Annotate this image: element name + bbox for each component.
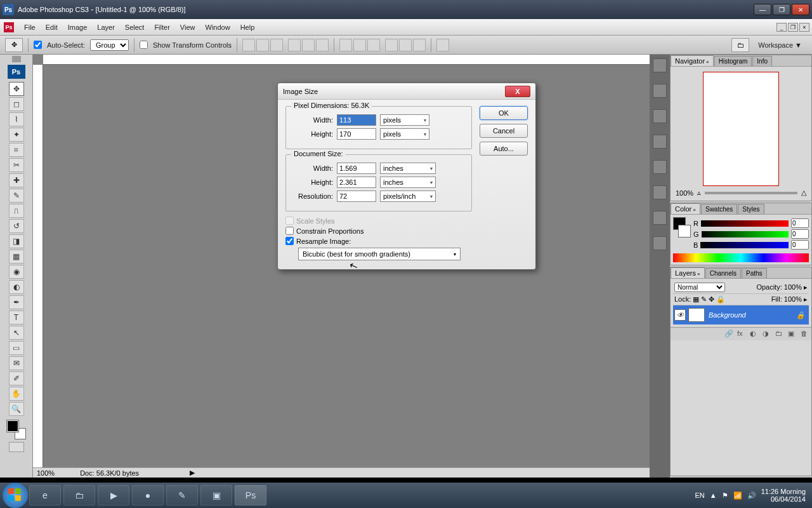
doc-height-unit-dropdown[interactable]: inches (380, 177, 436, 188)
gradient-tool[interactable]: ▦ (9, 250, 24, 264)
fg-color-swatch[interactable] (7, 420, 18, 432)
marquee-tool[interactable]: ◻ (9, 97, 24, 111)
zoom-level[interactable]: 100% (37, 469, 55, 477)
dock-icon[interactable] (653, 160, 667, 174)
dodge-tool[interactable]: ◐ (9, 280, 24, 294)
fill-value[interactable]: 100% (784, 295, 802, 303)
dock-icon[interactable] (653, 109, 667, 123)
tab-layers[interactable]: Layers× (671, 267, 705, 278)
crop-tool[interactable]: ⌗ (9, 143, 24, 157)
resolution-input[interactable] (337, 190, 376, 202)
move-tool[interactable]: ✥ (9, 82, 24, 96)
hand-tool[interactable]: ✋ (9, 387, 24, 401)
nav-zoom-value[interactable]: 100% (676, 189, 693, 197)
menu-edit[interactable]: Edit (41, 22, 63, 33)
resample-checkbox[interactable] (285, 237, 294, 245)
px-height-unit-dropdown[interactable]: pixels (380, 128, 429, 140)
align-icon[interactable] (316, 39, 329, 51)
workspace-dropdown[interactable]: Workspace ▼ (753, 40, 807, 50)
taskbar-app[interactable]: ✎ (166, 485, 198, 505)
brush-tool[interactable]: ✎ (9, 189, 24, 203)
b-slider[interactable] (700, 242, 789, 248)
px-height-input[interactable] (337, 128, 376, 140)
auto-button[interactable]: Auto... (480, 142, 528, 156)
menu-image[interactable]: Image (63, 22, 93, 33)
r-input[interactable] (791, 218, 809, 228)
eraser-tool[interactable]: ◨ (9, 234, 24, 248)
path-tool[interactable]: ↖ (9, 326, 24, 340)
px-width-input[interactable] (337, 114, 376, 126)
taskbar-ie[interactable]: e (29, 485, 61, 505)
taskbar-app[interactable]: ▣ (200, 485, 232, 505)
visibility-icon[interactable]: 👁 (674, 309, 686, 321)
lock-move-icon[interactable]: ✥ (709, 295, 714, 304)
adjustment-icon[interactable]: ◑ (763, 330, 771, 338)
distribute-icon[interactable] (413, 39, 426, 51)
doc-close-button[interactable]: × (799, 23, 809, 32)
menu-file[interactable]: File (19, 22, 41, 33)
lock-trans-icon[interactable]: ▦ (693, 295, 699, 304)
dialog-titlebar[interactable]: Image Size X (278, 83, 535, 100)
blend-mode-dropdown[interactable]: Normal (674, 283, 725, 292)
go-to-bridge-icon[interactable]: 🗀 (731, 38, 749, 52)
doc-width-unit-dropdown[interactable]: inches (380, 163, 436, 174)
tab-paths[interactable]: Paths (742, 268, 767, 278)
distribute-icon[interactable] (385, 39, 398, 51)
menu-window[interactable]: Window (200, 22, 235, 33)
distribute-icon[interactable] (399, 39, 412, 51)
resample-method-dropdown[interactable]: Bicubic (best for smooth gradients) (298, 248, 461, 260)
eyedropper-tool[interactable]: ✐ (9, 371, 24, 385)
shape-tool[interactable]: ▭ (9, 341, 24, 355)
zoom-in-icon[interactable]: △ (801, 189, 806, 197)
minimize-button[interactable]: — (754, 4, 771, 15)
zoom-tool[interactable]: 🔍 (9, 402, 24, 416)
doc-height-input[interactable] (337, 177, 376, 188)
auto-select-dropdown[interactable]: Group (90, 39, 129, 51)
close-button[interactable]: ✕ (792, 4, 809, 15)
wand-tool[interactable]: ✦ (9, 128, 24, 142)
dock-icon[interactable] (653, 135, 667, 149)
status-arrow-icon[interactable]: ▶ (190, 469, 195, 477)
tab-swatches[interactable]: Swatches (701, 204, 737, 214)
color-swatches[interactable] (7, 420, 26, 439)
tab-histogram[interactable]: Histogram (714, 56, 752, 66)
notes-tool[interactable]: ✉ (9, 356, 24, 370)
color-spectrum[interactable] (673, 253, 809, 262)
quickmask-toggle[interactable] (9, 442, 24, 452)
heal-tool[interactable]: ✚ (9, 173, 24, 187)
align-icon[interactable] (242, 39, 255, 51)
dock-icon[interactable] (653, 211, 667, 225)
menu-view[interactable]: View (175, 22, 200, 33)
ps-menu-icon[interactable]: Ps (4, 22, 14, 32)
menu-help[interactable]: Help (235, 22, 260, 33)
taskbar-app[interactable]: ● (132, 485, 164, 505)
zoom-out-icon[interactable]: ▵ (697, 189, 701, 197)
constrain-checkbox[interactable] (285, 227, 294, 235)
align-icon[interactable] (288, 39, 301, 51)
g-input[interactable] (791, 229, 809, 239)
doc-restore-button[interactable]: ❐ (788, 23, 798, 32)
doc-minimize-button[interactable]: _ (776, 23, 787, 32)
layer-thumbnail[interactable] (688, 308, 705, 322)
b-input[interactable] (791, 240, 809, 250)
g-slider[interactable] (702, 231, 789, 237)
cancel-button[interactable]: Cancel (480, 124, 528, 138)
stamp-tool[interactable]: ⎍ (9, 204, 24, 218)
mask-icon[interactable]: ◐ (750, 330, 759, 338)
align-icon[interactable] (270, 39, 283, 51)
bg-swatch[interactable] (678, 225, 691, 237)
fx-icon[interactable]: fx (737, 330, 746, 338)
r-slider[interactable] (701, 220, 789, 227)
lock-paint-icon[interactable]: ✎ (701, 295, 707, 304)
distribute-icon[interactable] (339, 39, 352, 51)
distribute-icon[interactable] (367, 39, 380, 51)
menu-filter[interactable]: Filter (149, 22, 174, 33)
clock[interactable]: 11:26 Morning 06/04/2014 (761, 488, 806, 503)
auto-select-checkbox[interactable] (34, 41, 42, 49)
navigator-preview[interactable] (703, 72, 779, 186)
layer-name[interactable]: Background (709, 311, 746, 319)
align-icon[interactable] (256, 39, 269, 51)
tab-channels[interactable]: Channels (705, 268, 741, 278)
slice-tool[interactable]: ✂ (9, 158, 24, 172)
show-transform-checkbox[interactable] (140, 41, 148, 49)
